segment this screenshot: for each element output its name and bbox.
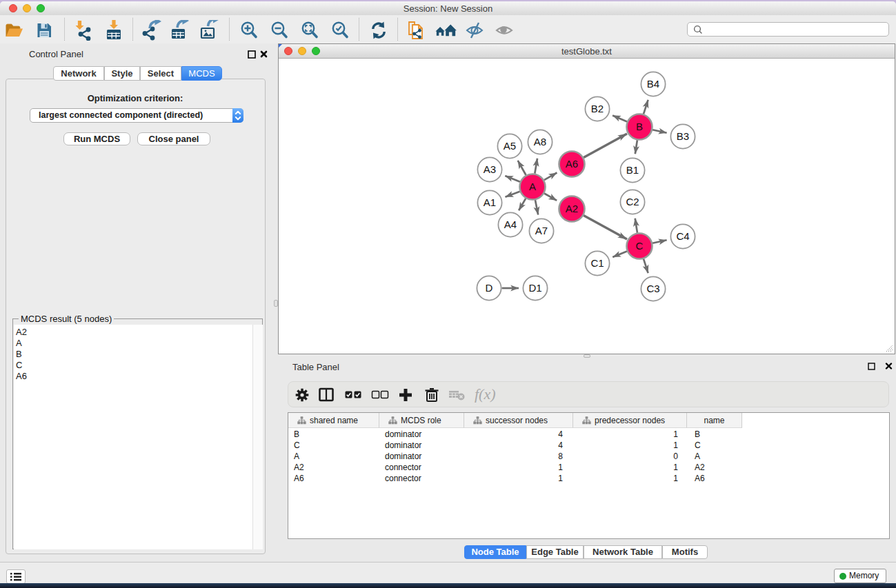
svg-text:B: B: [636, 121, 643, 132]
svg-text:C: C: [636, 240, 644, 252]
svg-text:B1: B1: [626, 164, 639, 176]
svg-text:A8: A8: [534, 136, 546, 148]
svg-text:B4: B4: [647, 78, 659, 90]
svg-text:A4: A4: [504, 219, 517, 230]
svg-text:B2: B2: [591, 103, 604, 114]
svg-text:C2: C2: [626, 196, 639, 207]
svg-text:A3: A3: [484, 163, 496, 175]
svg-text:A7: A7: [535, 225, 548, 236]
svg-text:B3: B3: [677, 130, 689, 142]
svg-text:C1: C1: [590, 257, 604, 269]
svg-text:A6: A6: [566, 158, 578, 170]
svg-text:C4: C4: [676, 230, 689, 242]
svg-text:A1: A1: [484, 196, 496, 208]
svg-text:D1: D1: [528, 282, 541, 294]
svg-text:A: A: [529, 181, 536, 192]
svg-text:D: D: [486, 282, 493, 294]
svg-text:A5: A5: [504, 140, 516, 152]
svg-text:C3: C3: [646, 283, 659, 294]
svg-text:A2: A2: [566, 203, 578, 214]
